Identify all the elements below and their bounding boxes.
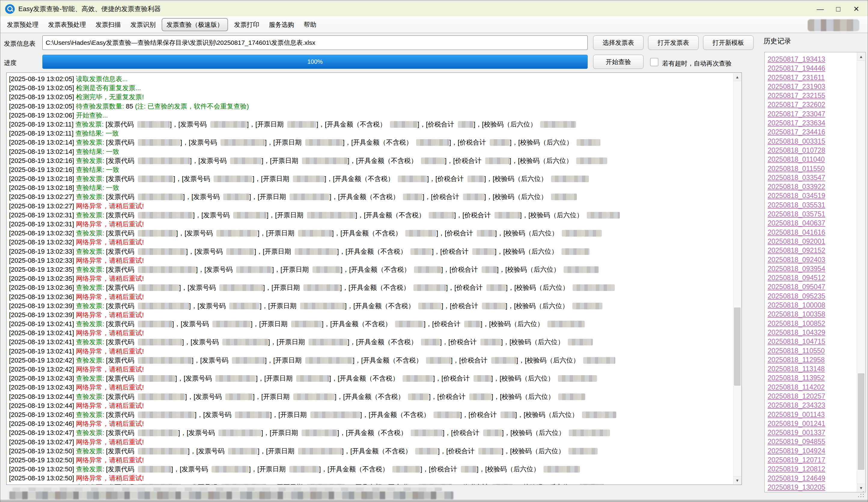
history-link[interactable]: 20250817_232602 — [768, 100, 857, 109]
history-link[interactable]: 20250818_033922 — [768, 182, 857, 191]
menu-item-4[interactable]: 发票查验（极速版） — [162, 18, 228, 31]
log-line: [2025-08-19 13:02:31] 查验发票: [发票代码 ]，[发票号… — [9, 211, 733, 220]
log-scroll-down-icon[interactable]: ▼ — [733, 476, 741, 484]
history-link[interactable]: 20250819_001337 — [768, 428, 857, 437]
history-link[interactable]: 20250818_113952 — [768, 373, 857, 382]
log-scroll-up-icon[interactable]: ▲ — [733, 73, 741, 81]
history-link[interactable]: 20250818_093954 — [768, 264, 857, 273]
history-link[interactable]: 20250817_231611 — [768, 73, 857, 82]
history-link[interactable]: 20250818_035531 — [768, 201, 857, 209]
redacted-value — [395, 321, 424, 327]
invoice-table-label: 发票信息表 — [4, 39, 35, 48]
history-link[interactable]: 20250818_011040 — [768, 155, 857, 164]
redacted-value — [463, 194, 484, 200]
log-line: [2025-08-19 13:02:05] 读取发票信息表... — [9, 74, 733, 84]
history-link[interactable]: 20250817_234416 — [768, 127, 857, 136]
history-link[interactable]: 20250818_033547 — [768, 173, 857, 182]
redacted-value — [210, 121, 247, 128]
redacted-value — [408, 393, 429, 400]
history-scrollbar[interactable]: ▲ ▼ — [857, 53, 865, 492]
history-link[interactable]: 20250817_233634 — [768, 119, 857, 127]
redacted-value — [298, 230, 332, 237]
history-scroll-up-icon[interactable]: ▲ — [857, 53, 865, 61]
select-invoice-table-button[interactable]: 选择发票表 — [593, 35, 643, 50]
menu-item-1[interactable]: 发票表预处理 — [43, 18, 91, 32]
history-link[interactable]: 20250818_092403 — [768, 255, 857, 264]
redacted-value — [482, 303, 506, 309]
bottom-redacted-band-light — [12, 488, 442, 491]
history-link[interactable]: 20250818_100008 — [768, 300, 857, 310]
history-link[interactable]: 20250819_001143 — [768, 410, 857, 419]
log-line: [2025-08-19 13:02:50] 查验发票: [发票代码 ]，[发票号… — [9, 447, 733, 456]
history-link[interactable]: 20250818_035751 — [768, 209, 857, 218]
history-link[interactable]: 20250819_094855 — [768, 437, 857, 446]
history-link[interactable]: 20250819_120717 — [768, 455, 857, 464]
history-link[interactable]: 20250819_120812 — [768, 464, 857, 473]
redacted-value — [307, 484, 345, 484]
history-link[interactable]: 20250818_010728 — [768, 146, 857, 155]
history-link[interactable]: 20250819_130205 — [768, 483, 857, 492]
history-link[interactable]: 20250818_095047 — [768, 282, 857, 291]
history-scroll-down-icon[interactable]: ▼ — [857, 484, 865, 492]
resize-grip[interactable] — [858, 491, 865, 498]
start-verification-button[interactable]: 开始查验 — [593, 55, 643, 69]
redacted-value — [310, 411, 360, 418]
progress-value: 100% — [307, 58, 323, 65]
redacted-value — [138, 484, 181, 484]
history-link[interactable]: 20250818_120257 — [768, 392, 857, 401]
history-link[interactable]: 20250818_113148 — [768, 364, 857, 373]
log-scrollbar-thumb[interactable] — [734, 308, 741, 386]
menu-item-3[interactable]: 发票识别 — [126, 18, 161, 32]
log-line: [2025-08-19 13:02:14] 查验发票: [发票代码 ]，[发票号… — [9, 138, 733, 147]
history-link[interactable]: 20250817_194446 — [768, 64, 857, 73]
open-new-template-button[interactable]: 打开新模板 — [703, 35, 754, 50]
invoice-table-path-input[interactable] — [42, 35, 588, 50]
history-link[interactable]: 20250818_092001 — [768, 237, 857, 246]
history-link[interactable]: 20250817_233047 — [768, 110, 857, 119]
history-link[interactable]: 20250818_094512 — [768, 273, 857, 282]
history-link[interactable]: 20250817_232155 — [768, 91, 857, 100]
verification-log[interactable]: [2025-08-19 13:02:05] 读取发票信息表...[2025-08… — [6, 72, 742, 485]
history-link[interactable]: 20250818_104329 — [768, 328, 857, 337]
menu-item-5[interactable]: 发票打印 — [229, 18, 264, 32]
history-link[interactable]: 20250817_193413 — [768, 55, 857, 64]
history-link[interactable]: 20250818_112958 — [768, 355, 857, 364]
history-link[interactable]: 20250818_003315 — [768, 137, 857, 146]
minimize-button[interactable]: — — [811, 2, 829, 16]
history-scrollbar-thumb[interactable] — [858, 373, 865, 470]
history-link[interactable]: 20250818_100358 — [768, 310, 857, 319]
redacted-value — [577, 139, 600, 146]
history-link[interactable]: 20250818_100852 — [768, 319, 857, 328]
history-link[interactable]: 20250819_124649 — [768, 474, 857, 483]
history-link[interactable]: 20250818_234323 — [768, 401, 857, 410]
history-link[interactable]: 20250818_110550 — [768, 346, 857, 355]
history-link[interactable]: 20250817_231903 — [768, 82, 857, 91]
log-scrollbar[interactable]: ▲ ▼ — [733, 73, 741, 484]
history-link[interactable]: 20250818_095235 — [768, 291, 857, 300]
open-invoice-table-button[interactable]: 打开发票表 — [648, 35, 699, 50]
maximize-button[interactable]: □ — [829, 2, 847, 16]
log-line: [2025-08-19 13:02:18] 查验结果: 一致 — [9, 183, 733, 192]
menu-item-7[interactable]: 帮助 — [299, 18, 321, 32]
redacted-value — [562, 230, 602, 237]
history-link[interactable]: 20250819_104924 — [768, 447, 857, 455]
log-line: [2025-08-19 13:02:11] 查验结果: 一致 — [9, 129, 733, 138]
history-link[interactable]: 20250818_104715 — [768, 337, 857, 346]
history-link[interactable]: 20250819_001241 — [768, 419, 857, 428]
log-line: [2025-08-19 13:02:39] 查验发票: [发票代码 ]，[发票号… — [9, 301, 733, 310]
menu-item-6[interactable]: 服务选购 — [264, 18, 299, 32]
history-link[interactable]: 20250818_041616 — [768, 228, 857, 237]
redacted-value — [482, 266, 497, 273]
close-button[interactable]: ✕ — [847, 2, 865, 16]
redacted-value — [415, 448, 438, 454]
menu-item-2[interactable]: 发票扫描 — [91, 18, 126, 32]
history-link[interactable]: 20250818_092152 — [768, 246, 857, 255]
redacted-value — [458, 121, 474, 128]
auto-retry-checkbox[interactable] — [650, 58, 658, 66]
history-link[interactable]: 20250818_040637 — [768, 218, 857, 227]
history-link[interactable]: 20250818_034519 — [768, 191, 857, 200]
history-link[interactable]: 20250818_011550 — [768, 164, 857, 173]
history-panel[interactable]: 20250817_19341320250817_19444620250817_2… — [764, 52, 866, 492]
history-link[interactable]: 20250818_114202 — [768, 383, 857, 392]
menu-item-0[interactable]: 发票预处理 — [2, 18, 43, 32]
